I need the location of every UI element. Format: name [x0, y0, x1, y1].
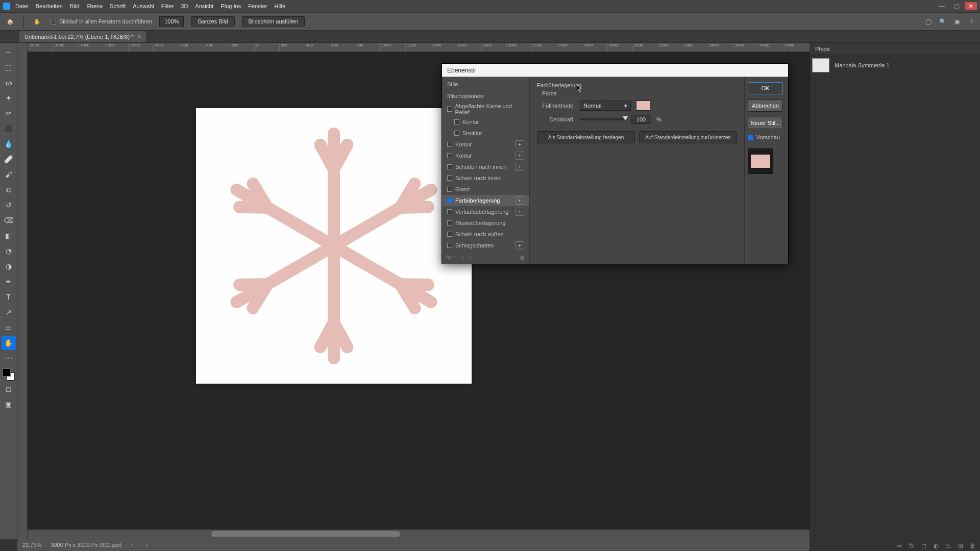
- fg-color-swatch[interactable]: [3, 368, 11, 377]
- checkbox-icon[interactable]: [748, 135, 753, 140]
- checkbox-icon[interactable]: [454, 119, 459, 124]
- tool-eyedrop[interactable]: 💧: [2, 137, 16, 151]
- ruler-vertical[interactable]: [17, 43, 28, 539]
- mask-icon[interactable]: ◻: [920, 542, 928, 550]
- checkbox-icon[interactable]: [447, 232, 452, 237]
- status-more-icon[interactable]: ›: [131, 542, 133, 548]
- tool-gradient[interactable]: ◧: [2, 229, 16, 243]
- search-icon[interactable]: 🔍: [938, 17, 947, 26]
- checkbox-icon[interactable]: [447, 164, 452, 169]
- style-gradient-overlay[interactable]: Verlaufsüberlagerung+: [442, 206, 529, 217]
- panel-tab-paths[interactable]: Pfade: [810, 43, 980, 55]
- menu-bearbeiten[interactable]: Bearbeiten: [36, 3, 63, 9]
- tool-artboard[interactable]: ⬚: [2, 60, 16, 74]
- trash-icon[interactable]: 🗑: [520, 255, 525, 261]
- fg-bg-swatch[interactable]: [3, 368, 15, 381]
- tool-move[interactable]: ↔: [2, 45, 16, 59]
- style-stroke-1[interactable]: Kontur+: [442, 139, 529, 150]
- style-bevel-kontur[interactable]: Kontur: [442, 116, 529, 128]
- checkbox-icon[interactable]: [447, 198, 452, 203]
- scrollbar-horizontal[interactable]: [28, 530, 810, 539]
- tool-blur[interactable]: ◔: [2, 244, 16, 258]
- tool-stamp[interactable]: ⧉: [2, 183, 16, 197]
- menu-ansicht[interactable]: Ansicht: [195, 3, 213, 9]
- menu-3d[interactable]: 3D: [181, 3, 188, 9]
- menu-filter[interactable]: Filter: [161, 3, 174, 9]
- window-close-icon[interactable]: ✕: [965, 2, 977, 10]
- tool-frame[interactable]: ⬛: [2, 121, 16, 136]
- tool-type[interactable]: T: [2, 290, 16, 304]
- reset-default-button[interactable]: Auf Standardeinstellung zurücksetzen: [639, 131, 737, 143]
- blend-mode-select[interactable]: Normal ▾: [580, 101, 631, 111]
- tool-crop[interactable]: ✂: [2, 106, 16, 120]
- fit-image-button[interactable]: Ganzes Bild: [191, 16, 234, 27]
- checkbox-icon[interactable]: [447, 107, 452, 112]
- tool-brush[interactable]: 🖌: [2, 167, 16, 182]
- tool-lasso[interactable]: ᔕ: [2, 76, 16, 90]
- checkbox-icon[interactable]: [447, 243, 452, 248]
- style-bevel[interactable]: Abgeflachte Kante und Relief: [442, 102, 529, 116]
- menu-datei[interactable]: Datei: [15, 3, 29, 9]
- status-prev-icon[interactable]: ‹: [146, 542, 148, 548]
- tool-eraser[interactable]: ⌫: [2, 213, 16, 228]
- style-inner-glow[interactable]: Schein nach innen: [442, 172, 529, 184]
- home-icon[interactable]: 🏠: [4, 15, 16, 28]
- add-instance-icon[interactable]: +: [515, 140, 524, 148]
- style-drop-shadow[interactable]: Schlagschatten+: [442, 240, 529, 251]
- path-item-row[interactable]: Mandala-Symmetrie 1: [810, 55, 980, 76]
- checkbox-icon[interactable]: [447, 142, 452, 147]
- new-style-button[interactable]: Neuer Stil...: [748, 117, 783, 129]
- add-instance-icon[interactable]: +: [515, 196, 524, 205]
- hand-tool-icon[interactable]: ✋: [31, 15, 43, 28]
- add-instance-icon[interactable]: +: [515, 163, 524, 171]
- style-outer-glow[interactable]: Schein nach außen: [442, 229, 529, 240]
- preview-checkbox[interactable]: Vorschau: [748, 134, 783, 140]
- tool-rect[interactable]: ▭: [2, 320, 16, 335]
- menu-hilfe[interactable]: Hilfe: [274, 3, 285, 9]
- share-icon[interactable]: ⇪: [967, 17, 976, 26]
- style-satin[interactable]: Glanz: [442, 184, 529, 195]
- fx-menu-icon[interactable]: fx﹀: [446, 254, 456, 261]
- menu-schrift[interactable]: Schrift: [110, 3, 126, 9]
- tool-history[interactable]: ↺: [2, 198, 16, 212]
- menu-auswahl[interactable]: Auswahl: [133, 3, 154, 9]
- checkbox-icon[interactable]: [51, 19, 56, 24]
- slider-knob-icon[interactable]: [623, 116, 628, 120]
- tool-path[interactable]: ↗: [2, 305, 16, 319]
- checkbox-icon[interactable]: [447, 209, 452, 214]
- style-pattern-overlay[interactable]: Musterüberlagerung: [442, 217, 529, 229]
- trash-icon[interactable]: 🗑: [969, 542, 977, 550]
- cloud-docs-icon[interactable]: ◯: [924, 17, 933, 26]
- fit-screen-button[interactable]: Bildschirm ausfüllen: [242, 16, 305, 27]
- tool-hand[interactable]: ✋: [2, 336, 16, 350]
- move-up-icon[interactable]: ↑: [461, 255, 464, 261]
- style-stroke-2[interactable]: Kontur+: [442, 150, 529, 161]
- status-zoom[interactable]: 22,73%: [22, 542, 41, 548]
- screenmode-icon[interactable]: ▣: [2, 397, 16, 411]
- overlay-color-swatch[interactable]: [636, 101, 650, 111]
- checkbox-icon[interactable]: [447, 187, 452, 192]
- quickmask-icon[interactable]: ◻: [2, 382, 16, 396]
- move-down-icon[interactable]: ↓: [469, 255, 472, 261]
- menu-plugins[interactable]: Plug-ins: [220, 3, 241, 9]
- workspace-icon[interactable]: ▣: [952, 17, 962, 26]
- style-blend-options[interactable]: Mischoptionen: [442, 90, 529, 102]
- style-color-overlay[interactable]: Farbüberlagerung+: [442, 195, 529, 206]
- style-inner-shadow[interactable]: Schatten nach innen+: [442, 161, 529, 172]
- cancel-button[interactable]: Abbrechen: [748, 99, 783, 112]
- checkbox-icon[interactable]: [447, 153, 452, 158]
- adjustment-icon[interactable]: ◐: [932, 542, 940, 550]
- menu-bild[interactable]: Bild: [70, 3, 79, 9]
- new-layer-icon[interactable]: ⊞: [957, 542, 965, 550]
- window-minimize-icon[interactable]: —: [936, 2, 948, 10]
- fx-icon[interactable]: fx: [908, 542, 916, 550]
- zoom-value[interactable]: 100%: [159, 16, 184, 27]
- menu-fenster[interactable]: Fenster: [248, 3, 267, 9]
- opacity-slider[interactable]: [580, 118, 626, 120]
- add-instance-icon[interactable]: +: [515, 152, 524, 160]
- document-tab[interactable]: Unbenannt-1 bei 22,7% (Ebene 1, RGB/8) *…: [19, 31, 146, 42]
- add-instance-icon[interactable]: +: [515, 241, 524, 249]
- checkbox-icon[interactable]: [454, 131, 459, 136]
- opacity-value[interactable]: 100: [631, 115, 651, 124]
- window-maximize-icon[interactable]: ▢: [950, 2, 963, 10]
